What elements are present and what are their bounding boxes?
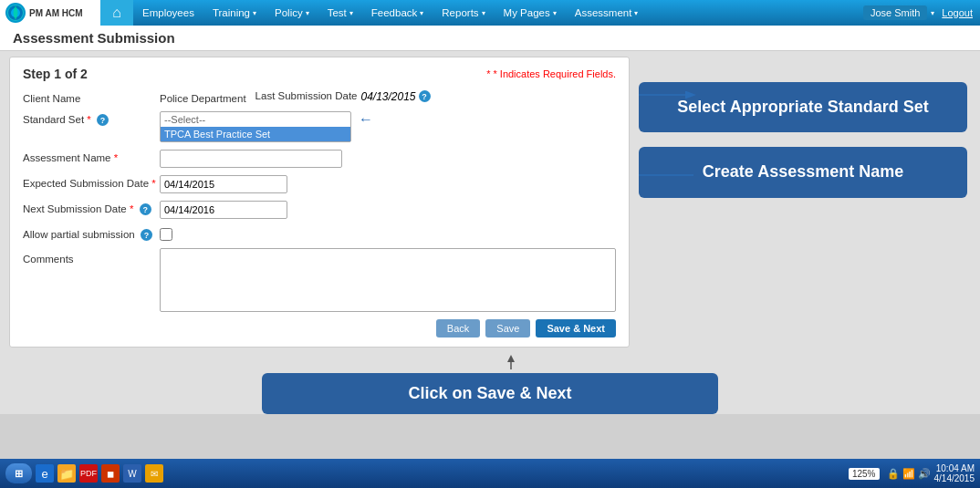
logout-button[interactable]: Logout [942,7,973,18]
standard-set-select[interactable]: --Select-- TPCA Best Practice Set [160,111,351,142]
nav-items: Employees Training▾ Policy▾ Test▾ Feedba… [133,0,863,26]
required-note: * * Indicates Required Fields. [486,68,616,79]
next-submission-input[interactable] [160,201,287,219]
client-name-value: Police Department [160,90,246,104]
assessment-name-label: Assessment Name * [23,150,160,163]
chevron-down-icon: ▾ [482,9,485,17]
word-icon[interactable]: W [123,464,141,483]
assessment-name-input[interactable] [160,150,342,168]
folder-icon[interactable]: 📁 [57,464,76,483]
nav-test[interactable]: Test▾ [318,0,362,26]
expected-submission-label: Expected Submission Date * [23,175,160,189]
create-assessment-name-callout: Create Assessment Name [639,147,967,197]
form-container: Step 1 of 2 * * Indicates Required Field… [9,57,630,348]
select-option-blank[interactable]: --Select-- [161,112,350,127]
save-next-button[interactable]: Save & Next [536,319,616,337]
next-submission-label: Next Submission Date * ? [23,201,160,215]
right-panel: Select Appropriate Standard Set Create A… [639,57,967,198]
step-header: Step 1 of 2 * * Indicates Required Field… [23,67,616,81]
ie-icon[interactable]: e [36,464,54,483]
chevron-down-icon: ▾ [420,9,423,17]
allow-partial-row: Allow partial submission ? [23,226,616,241]
up-arrow-svg [474,355,547,371]
navbar: PM AM HCM ⌂ Employees Training▾ Policy▾ … [0,0,980,26]
pdf-icon[interactable]: PDF [79,464,98,483]
user-dropdown-arrow[interactable]: ▾ [931,9,934,17]
bottom-area: Click on Save & Next [0,353,980,414]
taskbar: ⊞ e 📁 PDF ◼ W ✉ 125% 🔒 📶 🔊 10:04 AM 4/14… [0,459,980,488]
home-button[interactable]: ⌂ [100,0,133,26]
nav-right: Jose Smith ▾ Logout [863,5,973,20]
standard-set-row: Standard Set * ? --Select-- TPCA Best Pr… [23,111,616,142]
nav-feedback[interactable]: Feedback▾ [362,0,433,26]
allow-partial-checkbox[interactable] [160,228,172,241]
back-button[interactable]: Back [436,319,480,337]
client-name-label: Client Name [23,90,160,104]
last-submission-help-icon[interactable]: ? [419,90,431,102]
standard-set-help-icon[interactable]: ? [97,114,109,126]
click-save-next-callout: Click on Save & Next [262,373,718,414]
save-button[interactable]: Save [485,319,530,337]
comments-label: Comments [23,248,160,265]
comments-row: Comments [23,248,616,312]
logo-area: PM AM HCM [0,0,100,26]
last-submission-date: 04/13/2015 [360,90,415,103]
logo-text: PM AM HCM [29,8,83,18]
select-option-tpca[interactable]: TPCA Best Practice Set [161,127,350,141]
app-icon-1[interactable]: ◼ [101,464,120,483]
system-tray: 🔒 📶 🔊 [887,468,931,480]
nav-assessment[interactable]: Assessment▾ [566,0,648,26]
chevron-down-icon: ▾ [306,9,309,17]
allow-partial-help-icon[interactable]: ? [141,229,152,241]
arrow-indicator: ← [359,111,373,128]
chevron-down-icon: ▾ [634,9,638,17]
client-name-row: Client Name Police Department Last Submi… [23,90,616,104]
standard-set-label: Standard Set * ? [23,111,160,126]
taskbar-right: 125% 🔒 📶 🔊 10:04 AM 4/14/2015 [849,463,975,483]
up-arrow-area [474,355,547,371]
page-header: Assessment Submission [0,26,980,51]
page-title: Assessment Submission [13,30,175,46]
next-submission-row: Next Submission Date * ? [23,201,616,219]
chevron-down-icon: ▾ [553,9,557,17]
expected-submission-row: Expected Submission Date * [23,175,616,193]
nav-mypages[interactable]: My Pages▾ [495,0,566,26]
next-submission-help-icon[interactable]: ? [140,203,151,215]
last-submission-label: Last Submission Date [255,90,358,101]
logo-icon [5,3,26,23]
chevron-down-icon: ▾ [253,9,256,17]
svg-marker-5 [507,355,515,362]
zoom-level: 125% [849,468,880,480]
select-standard-set-callout: Select Appropriate Standard Set [639,82,967,132]
nav-employees[interactable]: Employees [133,0,203,26]
taskbar-left: ⊞ e 📁 PDF ◼ W ✉ [5,463,163,483]
clock: 10:04 AM 4/14/2015 [934,463,975,483]
assessment-name-row: Assessment Name * [23,150,616,168]
user-name: Jose Smith [863,5,927,20]
step-title: Step 1 of 2 [23,67,88,81]
nav-reports[interactable]: Reports▾ [433,0,494,26]
nav-training[interactable]: Training▾ [203,0,266,26]
content-area: Step 1 of 2 * * Indicates Required Field… [0,51,980,353]
allow-partial-label: Allow partial submission ? [23,226,160,241]
button-row: Back Save Save & Next [23,319,616,337]
expected-submission-input[interactable] [160,175,287,193]
comments-textarea[interactable] [160,248,616,312]
chevron-down-icon: ▾ [349,9,353,17]
nav-policy[interactable]: Policy▾ [266,0,318,26]
start-button[interactable]: ⊞ [5,463,32,483]
mail-icon[interactable]: ✉ [145,464,163,483]
